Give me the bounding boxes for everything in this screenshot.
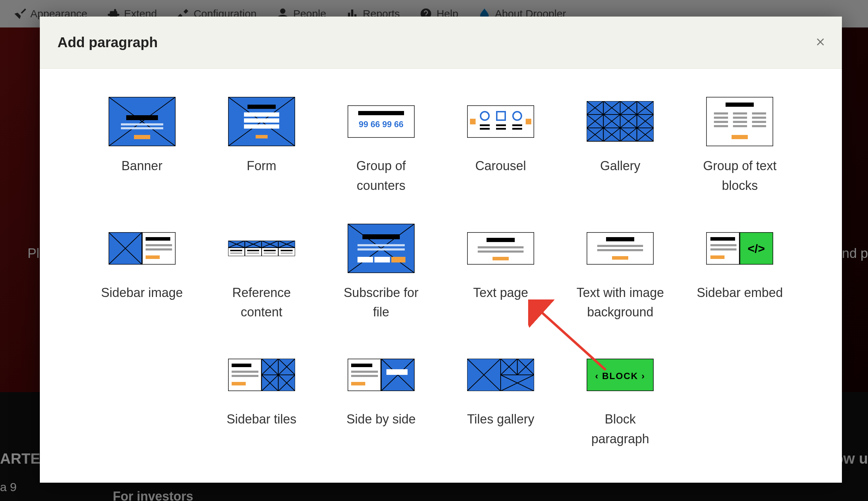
svg-rect-67 [714, 112, 728, 115]
svg-rect-86 [146, 248, 172, 251]
svg-rect-128 [597, 245, 643, 247]
svg-rect-129 [597, 249, 643, 251]
tiles-gallery-thumb-icon [467, 359, 534, 391]
svg-rect-118 [357, 257, 373, 262]
svg-rect-19 [526, 119, 531, 124]
thumb-wrap [467, 350, 534, 400]
svg-rect-25 [496, 124, 506, 126]
paragraph-label: Carousel [475, 156, 526, 176]
svg-rect-106 [264, 250, 276, 251]
paragraph-option-carousel[interactable]: Carousel [441, 97, 560, 196]
paragraph-option-reference-content[interactable]: Reference content [202, 224, 321, 322]
paragraph-label: Text page [473, 283, 528, 303]
svg-rect-14 [256, 135, 268, 138]
svg-rect-109 [247, 253, 259, 254]
subscribe-for-file-thumb-icon [348, 224, 415, 273]
svg-rect-107 [281, 250, 293, 251]
paragraph-option-side-by-side[interactable]: Side by side [321, 350, 441, 449]
svg-rect-116 [357, 244, 405, 246]
paragraph-option-block-paragraph[interactable]: ‹ BLOCK › Block paragraph [561, 350, 680, 449]
svg-rect-130 [612, 256, 628, 260]
svg-rect-5 [121, 127, 163, 129]
paragraph-option-sidebar-tiles[interactable]: Sidebar tiles [202, 350, 321, 449]
paragraph-option-text-page[interactable]: Text page [441, 224, 560, 322]
block-paragraph-thumb-icon: ‹ BLOCK › [587, 359, 654, 391]
paragraph-option-gallery[interactable]: Gallery [561, 97, 680, 196]
thumb-wrap [228, 224, 295, 273]
paragraph-option-form[interactable]: Form [202, 97, 321, 196]
svg-rect-24 [480, 128, 490, 130]
svg-rect-74 [733, 125, 747, 127]
svg-rect-68 [714, 117, 728, 119]
svg-rect-132 [710, 237, 735, 241]
paragraph-option-group-of-counters[interactable]: 99 66 99 66 Group of counters [321, 97, 441, 196]
banner-thumb-icon [109, 97, 176, 146]
paragraph-option-banner[interactable]: Banner [82, 97, 202, 196]
paragraph-option-group-of-text-blocks[interactable]: Group of text blocks [680, 97, 800, 196]
sidebar-embed-thumb-icon: </> [706, 232, 773, 265]
svg-rect-76 [752, 117, 766, 119]
thumb-wrap: ‹ BLOCK › [587, 350, 654, 400]
close-icon [814, 36, 826, 48]
svg-rect-10 [247, 105, 276, 109]
svg-rect-71 [733, 112, 747, 115]
paragraph-label: Block paragraph [574, 409, 666, 449]
dialog-title: Add paragraph [57, 35, 158, 50]
thumb-wrap [109, 224, 176, 273]
svg-rect-3 [126, 115, 158, 120]
svg-rect-108 [230, 253, 242, 254]
carousel-thumb-icon [467, 105, 534, 138]
svg-rect-110 [264, 253, 276, 254]
svg-rect-127 [606, 237, 634, 241]
paragraph-label: Group of text blocks [694, 156, 786, 196]
svg-rect-28 [512, 128, 522, 130]
dialog-body[interactable]: Banner Form [40, 69, 842, 483]
svg-rect-73 [733, 121, 747, 123]
thumb-wrap [587, 97, 654, 146]
paragraph-option-tiles-gallery[interactable]: Tiles gallery [441, 350, 560, 449]
close-button[interactable] [814, 36, 826, 49]
svg-rect-125 [493, 257, 509, 260]
paragraph-option-subscribe-for-file[interactable]: Subscribe for file [321, 224, 441, 322]
paragraph-label: Group of counters [335, 156, 427, 196]
paragraph-option-sidebar-embed[interactable]: </> Sidebar embed [680, 224, 800, 322]
svg-rect-135 [710, 255, 725, 259]
thumb-wrap [109, 97, 176, 146]
side-by-side-thumb-icon [348, 359, 415, 391]
thumb-wrap [348, 350, 415, 400]
paragraph-label: Gallery [600, 156, 640, 176]
svg-rect-75 [752, 112, 766, 115]
svg-rect-79 [732, 135, 748, 139]
dialog-header: Add paragraph [40, 17, 842, 69]
reference-content-thumb-icon [228, 241, 295, 256]
svg-rect-157 [351, 371, 378, 373]
paragraph-label: Sidebar tiles [227, 409, 297, 429]
thumb-wrap: </> [706, 224, 773, 273]
svg-rect-141 [232, 375, 258, 377]
svg-text:</>: </> [748, 242, 765, 255]
svg-rect-18 [470, 119, 476, 124]
svg-rect-6 [134, 135, 150, 139]
paragraph-label: Subscribe for file [335, 283, 427, 322]
svg-rect-120 [391, 257, 405, 262]
text-with-image-background-thumb-icon [587, 232, 654, 265]
paragraph-label: Banner [122, 156, 163, 176]
paragraph-option-sidebar-image[interactable]: Sidebar image [82, 224, 202, 322]
svg-rect-117 [357, 248, 405, 251]
thumb-wrap [706, 97, 773, 146]
paragraph-option-text-with-image-background[interactable]: Text with image background [561, 224, 680, 322]
svg-rect-70 [714, 125, 728, 127]
block-text: BLOCK [602, 371, 638, 381]
svg-rect-126 [587, 232, 654, 265]
svg-rect-163 [386, 369, 408, 375]
svg-rect-27 [512, 124, 522, 126]
thumb-wrap [228, 350, 295, 400]
svg-rect-26 [496, 128, 506, 130]
thumb-wrap [348, 224, 415, 273]
svg-rect-103 [278, 248, 295, 256]
svg-rect-84 [146, 237, 170, 241]
thumb-wrap [467, 224, 534, 273]
svg-rect-142 [232, 382, 246, 385]
svg-rect-72 [733, 117, 747, 119]
svg-rect-104 [230, 250, 242, 251]
